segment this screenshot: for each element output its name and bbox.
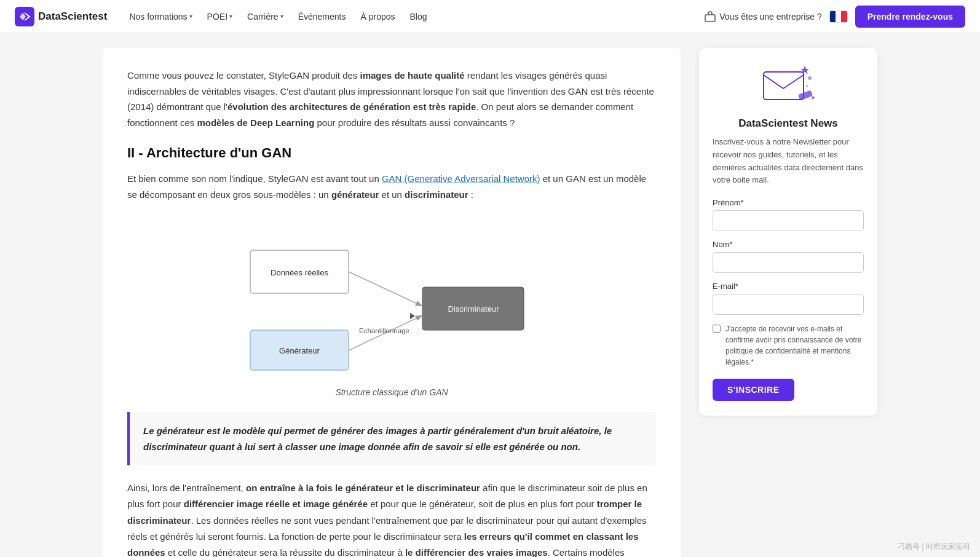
section2-intro: Et bien comme son nom l'indique, StyleGA…: [127, 171, 656, 202]
bold-deep-learning: modèles de Deep Learning: [197, 117, 314, 128]
gan-diagram-container: Données réelles Générateur Discriminateu…: [127, 219, 656, 397]
section2-title: II - Architecture d'un GAN: [127, 145, 656, 161]
nav-links: Nos formations ▾ POEI ▾ Carrière ▾ Événe…: [123, 8, 700, 25]
watermark-text: 刁易号 | 时尚玩家岳司: [898, 542, 970, 552]
enterprise-icon: [705, 11, 716, 22]
nom-input[interactable]: [713, 252, 864, 273]
bold-generateur: générateur: [331, 189, 379, 200]
consent-row: J'accepte de recevoir vos e-mails et con…: [713, 323, 864, 368]
bold-discriminateur: discriminateur: [405, 189, 468, 200]
newsletter-description: Inscrivez-vous à notre Newsletter pour r…: [713, 136, 864, 187]
nav-item-apropos[interactable]: À propos: [354, 8, 401, 25]
nav-item-poei[interactable]: POEI ▾: [201, 8, 239, 25]
email-label: E-mail*: [713, 282, 864, 291]
prenom-input[interactable]: [713, 210, 864, 231]
watermark: 刁易号 | 时尚玩家岳司: [898, 542, 970, 552]
nav-item-evenements[interactable]: Événements: [292, 8, 352, 25]
nom-group: Nom*: [713, 240, 864, 273]
intro-paragraph: Comme vous pouvez le constater, StyleGAN…: [127, 68, 656, 130]
svg-text:Générateur: Générateur: [279, 346, 320, 355]
svg-point-13: [808, 76, 812, 80]
nav-item-carriere[interactable]: Carrière ▾: [241, 8, 290, 25]
newsletter-card: DataScientest News Inscrivez-vous à notr…: [699, 48, 877, 416]
bold-evolution: évolution des architectures de génératio…: [227, 101, 476, 112]
gan-link[interactable]: GAN (Generative Adversarial Network): [382, 173, 540, 184]
diagram-svg-wrapper: Données réelles Générateur Discriminateu…: [232, 219, 551, 381]
prenom-group: Prénom*: [713, 198, 864, 231]
page-layout: Comme vous pouvez le constater, StyleGAN…: [90, 33, 890, 557]
enterprise-link[interactable]: Vous êtes une entreprise ?: [705, 11, 822, 22]
svg-rect-1: [705, 15, 715, 22]
bold-differencier-vraies: le différencier des vraies images: [405, 547, 548, 557]
svg-point-14: [806, 85, 808, 87]
body-paragraph: Ainsi, lors de l'entraînement, on entraî…: [127, 480, 656, 557]
gan-diagram: Données réelles Générateur Discriminateu…: [232, 219, 551, 379]
email-group: E-mail*: [713, 282, 864, 315]
chevron-down-icon: ▾: [280, 13, 283, 20]
enterprise-label: Vous êtes une entreprise ?: [719, 12, 822, 22]
logo-icon: [15, 7, 34, 26]
sidebar: DataScientest News Inscrivez-vous à notr…: [699, 48, 877, 557]
svg-text:Données réelles: Données réelles: [271, 268, 328, 277]
bold-images-haute-qualite: images de haute qualité: [360, 70, 465, 81]
svg-rect-12: [764, 72, 804, 100]
svg-text:Discriminateur: Discriminateur: [448, 304, 499, 314]
nav-item-blog[interactable]: Blog: [404, 8, 433, 25]
diagram-caption: Structure classique d'un GAN: [335, 387, 448, 397]
quote-block: Le générateur est le modèle qui permet d…: [127, 412, 656, 465]
prenom-label: Prénom*: [713, 198, 864, 207]
nom-label: Nom*: [713, 240, 864, 249]
cta-button[interactable]: Prendre rendez-vous: [855, 6, 965, 28]
svg-text:Echantillonnage: Echantillonnage: [359, 327, 409, 334]
nav-item-formations[interactable]: Nos formations ▾: [123, 8, 198, 25]
consent-label: J'accepte de recevoir vos e-mails et con…: [725, 323, 864, 368]
bold-entraine: on entraîne à la fois le générateur et l…: [246, 483, 480, 493]
france-flag[interactable]: [829, 10, 848, 23]
newsletter-icon: [761, 63, 816, 109]
logo[interactable]: DataScientest: [15, 7, 107, 26]
newsletter-icon-area: [713, 63, 864, 109]
bold-differencier: différencier image réelle et image génér…: [184, 499, 368, 509]
nav-right: Vous êtes une entreprise ? Prendre rende…: [705, 6, 965, 28]
email-input[interactable]: [713, 294, 864, 315]
subscribe-button[interactable]: S'INSCRIRE: [713, 379, 794, 401]
svg-marker-11: [410, 313, 415, 319]
chevron-down-icon: ▾: [229, 13, 232, 20]
main-content: Comme vous pouvez le constater, StyleGAN…: [103, 48, 681, 557]
newsletter-title: DataScientest News: [713, 117, 864, 130]
svg-line-8: [349, 272, 421, 306]
navbar: DataScientest Nos formations ▾ POEI ▾ Ca…: [0, 0, 980, 33]
chevron-down-icon: ▾: [189, 13, 192, 20]
consent-checkbox[interactable]: [713, 325, 721, 333]
logo-text: DataScientest: [38, 10, 107, 23]
quote-text: Le générateur est le modèle qui permet d…: [143, 425, 612, 452]
